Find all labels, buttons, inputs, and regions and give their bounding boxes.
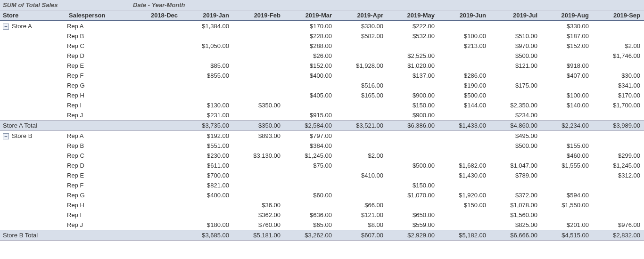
column-header-month[interactable]: 2018-Dec bbox=[130, 10, 182, 21]
salesperson-name[interactable]: Rep D bbox=[66, 161, 130, 170]
data-cell[interactable] bbox=[336, 161, 387, 170]
data-cell[interactable] bbox=[541, 170, 593, 180]
data-cell[interactable]: $362.00 bbox=[233, 210, 284, 220]
data-cell[interactable]: $2,350.00 bbox=[490, 100, 541, 110]
data-cell[interactable] bbox=[336, 180, 387, 190]
data-cell[interactable]: $330.00 bbox=[541, 21, 593, 31]
data-cell[interactable] bbox=[490, 90, 541, 100]
data-cell[interactable]: $65.00 bbox=[284, 220, 336, 230]
data-cell[interactable]: $234.00 bbox=[490, 110, 541, 121]
data-cell[interactable]: $3,130.00 bbox=[233, 151, 284, 161]
data-cell[interactable]: $213.00 bbox=[438, 41, 490, 51]
data-cell[interactable]: $1,560.00 bbox=[490, 210, 541, 220]
data-cell[interactable] bbox=[593, 190, 644, 200]
column-header-month[interactable]: 2019-Apr bbox=[336, 10, 387, 21]
data-cell[interactable]: $150.00 bbox=[438, 200, 490, 210]
data-cell[interactable]: $1,245.00 bbox=[593, 161, 644, 170]
data-cell[interactable]: $85.00 bbox=[182, 61, 233, 71]
data-cell[interactable]: $2.00 bbox=[593, 41, 644, 51]
data-cell[interactable] bbox=[438, 21, 490, 31]
data-cell[interactable]: $500.00 bbox=[387, 161, 438, 170]
column-header-month[interactable]: 2019-Feb bbox=[233, 10, 284, 21]
store-label[interactable]: Store A bbox=[0, 21, 66, 31]
total-cell[interactable]: $6,666.00 bbox=[490, 230, 541, 241]
data-cell[interactable] bbox=[233, 81, 284, 90]
data-cell[interactable] bbox=[233, 141, 284, 151]
data-cell[interactable] bbox=[233, 110, 284, 121]
data-cell[interactable] bbox=[284, 81, 336, 90]
data-cell[interactable] bbox=[593, 61, 644, 71]
data-cell[interactable] bbox=[541, 131, 593, 141]
data-cell[interactable] bbox=[182, 200, 233, 210]
data-cell[interactable]: $900.00 bbox=[387, 110, 438, 121]
data-cell[interactable] bbox=[130, 190, 182, 200]
data-cell[interactable]: $407.00 bbox=[541, 71, 593, 81]
salesperson-name[interactable]: Rep F bbox=[66, 71, 130, 81]
data-cell[interactable] bbox=[438, 151, 490, 161]
data-cell[interactable] bbox=[182, 210, 233, 220]
data-cell[interactable]: $1,700.00 bbox=[593, 100, 644, 110]
row-dim-store[interactable]: Store bbox=[0, 10, 66, 21]
salesperson-name[interactable]: Rep C bbox=[66, 151, 130, 161]
data-cell[interactable]: $231.00 bbox=[182, 110, 233, 121]
data-cell[interactable] bbox=[336, 190, 387, 200]
data-cell[interactable]: $970.00 bbox=[490, 41, 541, 51]
column-header-month[interactable]: 2019-Mar bbox=[284, 10, 336, 21]
data-cell[interactable]: $288.00 bbox=[284, 41, 336, 51]
data-cell[interactable] bbox=[130, 21, 182, 31]
salesperson-name[interactable]: Rep D bbox=[66, 51, 130, 61]
data-cell[interactable] bbox=[336, 141, 387, 151]
salesperson-name[interactable]: Rep H bbox=[66, 90, 130, 100]
salesperson-name[interactable]: Rep H bbox=[66, 200, 130, 210]
data-cell[interactable] bbox=[387, 200, 438, 210]
column-header-month[interactable]: 2019-Jan bbox=[182, 10, 233, 21]
data-cell[interactable]: $121.00 bbox=[336, 210, 387, 220]
collapse-icon[interactable] bbox=[3, 133, 9, 139]
salesperson-name[interactable]: Rep F bbox=[66, 180, 130, 190]
data-cell[interactable]: $1,245.00 bbox=[284, 151, 336, 161]
data-cell[interactable] bbox=[182, 31, 233, 41]
salesperson-name[interactable]: Rep I bbox=[66, 210, 130, 220]
data-cell[interactable] bbox=[284, 200, 336, 210]
data-cell[interactable]: $130.00 bbox=[182, 100, 233, 110]
data-cell[interactable]: $26.00 bbox=[284, 51, 336, 61]
data-cell[interactable]: $510.00 bbox=[490, 31, 541, 41]
data-cell[interactable]: $100.00 bbox=[541, 90, 593, 100]
data-cell[interactable] bbox=[541, 180, 593, 190]
data-cell[interactable] bbox=[593, 180, 644, 190]
data-cell[interactable] bbox=[336, 41, 387, 51]
data-cell[interactable] bbox=[284, 100, 336, 110]
salesperson-name[interactable]: Rep J bbox=[66, 220, 130, 230]
data-cell[interactable] bbox=[233, 190, 284, 200]
total-cell[interactable]: $3,262.00 bbox=[284, 230, 336, 241]
data-cell[interactable] bbox=[233, 71, 284, 81]
data-cell[interactable] bbox=[233, 61, 284, 71]
data-cell[interactable] bbox=[233, 170, 284, 180]
data-cell[interactable]: $405.00 bbox=[284, 90, 336, 100]
data-cell[interactable]: $760.00 bbox=[233, 220, 284, 230]
data-cell[interactable]: $190.00 bbox=[438, 81, 490, 90]
data-cell[interactable]: $330.00 bbox=[336, 21, 387, 31]
total-cell[interactable]: $3,521.00 bbox=[336, 121, 387, 131]
data-cell[interactable]: $1,384.00 bbox=[182, 21, 233, 31]
data-cell[interactable] bbox=[130, 220, 182, 230]
data-cell[interactable] bbox=[233, 41, 284, 51]
data-cell[interactable] bbox=[541, 51, 593, 61]
salesperson-name[interactable]: Rep E bbox=[66, 61, 130, 71]
data-cell[interactable] bbox=[490, 151, 541, 161]
data-cell[interactable]: $60.00 bbox=[284, 190, 336, 200]
column-header-month[interactable]: 2019-Jul bbox=[490, 10, 541, 21]
data-cell[interactable] bbox=[130, 41, 182, 51]
data-cell[interactable]: $1,550.00 bbox=[541, 200, 593, 210]
data-cell[interactable] bbox=[284, 180, 336, 190]
data-cell[interactable]: $500.00 bbox=[490, 141, 541, 151]
data-cell[interactable]: $915.00 bbox=[284, 110, 336, 121]
data-cell[interactable] bbox=[336, 71, 387, 81]
data-cell[interactable] bbox=[233, 21, 284, 31]
data-cell[interactable] bbox=[438, 210, 490, 220]
data-cell[interactable]: $900.00 bbox=[387, 90, 438, 100]
data-cell[interactable]: $918.00 bbox=[541, 61, 593, 71]
data-cell[interactable] bbox=[541, 110, 593, 121]
salesperson-name[interactable]: Rep E bbox=[66, 170, 130, 180]
data-cell[interactable]: $137.00 bbox=[387, 71, 438, 81]
